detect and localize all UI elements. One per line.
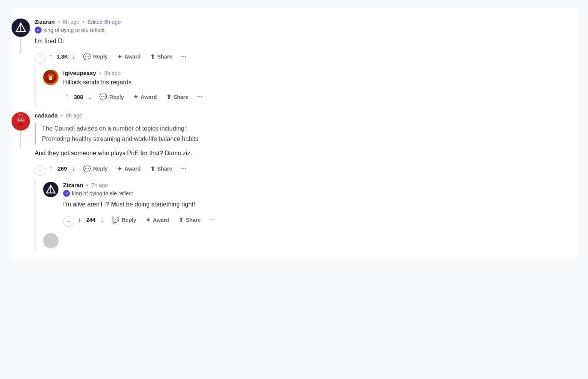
award-button-ziz-reply[interactable]: ✦ Award [142,214,173,226]
svg-rect-10 [18,122,23,126]
downvote-icon-reply: ↓ [100,216,104,224]
flair-check-icon-reply: ✓ [63,190,70,197]
svg-point-6 [48,75,50,76]
share-button-igiveup[interactable]: ⬆ Share [162,91,192,103]
user-flair-ziz-reply: ✓ king of dying to ele reflect [63,190,576,197]
share-button-ziz-reply[interactable]: ⬆ Share [175,214,205,226]
more-icon-ziz: ··· [209,216,215,224]
upvote-icon-cadaada: ↑ [49,165,53,173]
share-button-cadaada[interactable]: ⬆ Share [146,163,176,175]
thread-line [20,39,21,54]
flair-text: king of dying to ele reflect [43,27,105,33]
comment-body: Zizaran • 8h ago • Edited 8h ago ✓ king … [35,18,576,64]
blockquote-line-1: The Council advises on a number of topic… [42,123,576,134]
avatar-column-ziz-reply [43,182,58,197]
svg-point-13 [19,119,20,121]
downvote-button-igiveup[interactable]: ↓ [86,91,94,102]
reply-label-cadaada: Reply [93,166,108,172]
downvote-icon: ↓ [72,53,75,61]
award-icon-cadaada: ✦ [117,165,122,173]
avatar-igiveup [43,70,58,85]
reply-icon-cadaada: 💬 [83,165,91,173]
vote-group: ↑ 1.3K ↓ [47,51,78,62]
avatar-column-cadaada [12,112,30,148]
award-icon: ✦ [117,53,122,60]
more-icon-igiveup: ··· [197,93,203,101]
dot-sep4: • [61,112,63,119]
timestamp-cadaada: 8h ago [66,112,82,119]
dot-sep3: • [99,70,101,76]
username-cadaada: cadaada [35,112,58,119]
award-label-ziz-reply: Award [153,217,169,223]
username-igiveup: igiveupeasy [63,70,96,76]
blockquote-line-2: Promoting healthy streaming and work-lif… [42,134,576,144]
comment-zizaran-top: Zizaran • 8h ago • Edited 8h ago ✓ king … [12,15,576,67]
next-reply-placeholder [43,230,576,252]
vote-group-ziz-reply: ↑ 244 ↓ [75,215,106,226]
downvote-icon-cadaada: ↓ [72,165,75,173]
thread-line-cadaada [20,132,21,148]
flair-text-reply: king of dying to ele reflect [72,190,133,196]
vote-count-ziz-reply: 244 [85,217,97,223]
reply-icon-igiveup: 💬 [99,93,107,101]
reply-button-igiveup[interactable]: 💬 Reply [95,91,128,103]
comment-igiveup: igiveupeasy • 8h ago Hillock sends his r… [43,67,576,106]
share-label-igiveup: Share [174,94,189,100]
svg-point-18 [22,114,23,116]
upvote-button-cadaada[interactable]: ↑ [47,163,55,174]
more-options-button[interactable]: ··· [178,51,190,62]
downvote-button-cadaada[interactable]: ↓ [70,163,78,174]
comment-header-igiveup: igiveupeasy • 8h ago [63,70,576,76]
share-icon-igiveup: ⬆ [166,93,171,101]
minus-icon-reply: − [67,218,70,225]
downvote-button[interactable]: ↓ [70,51,78,62]
vote-group-igiveup: ↑ 308 ↓ [63,91,94,102]
award-icon-ziz: ✦ [145,216,150,224]
award-button-igiveup[interactable]: ✦ Award [129,91,161,103]
collapse-button-cadaada[interactable]: − [35,165,45,176]
upvote-button-igiveup[interactable]: ↑ [63,91,71,102]
award-button[interactable]: ✦ Award [113,51,145,63]
comment-body-igiveup: igiveupeasy • 8h ago Hillock sends his r… [63,70,576,103]
upvote-button[interactable]: ↑ [47,51,55,62]
avatar-column [12,18,30,54]
minus-icon: − [38,55,42,62]
more-options-button-cadaada[interactable]: ··· [178,163,190,174]
comment-body-cadaada: cadaada • 8h ago The Council advises on … [35,112,576,176]
comment-thread: Zizaran • 8h ago • Edited 8h ago ✓ king … [12,8,576,259]
avatar-zizaran-reply [43,182,58,197]
reply-button-cadaada[interactable]: 💬 Reply [79,163,112,175]
collapse-button-ziz-reply[interactable]: − [63,216,74,227]
user-flair: ✓ king of dying to ele reflect [35,27,576,34]
reply-button-ziz-reply[interactable]: 💬 Reply [108,214,140,226]
downvote-button-ziz-reply[interactable]: ↓ [98,215,106,226]
igiveup-avatar-icon [45,72,57,83]
reply-button[interactable]: 💬 Reply [79,51,112,63]
more-options-button-igiveup[interactable]: ··· [194,91,206,102]
share-button[interactable]: ⬆ Share [146,51,176,63]
reply-icon: 💬 [83,53,91,60]
vote-group-cadaada: ↑ 269 ↓ [47,163,78,174]
award-label: Award [124,54,141,60]
username-ziz-reply: Zizaran [63,182,84,188]
dot-sep5: • [87,182,89,188]
share-icon: ⬆ [150,53,155,60]
collapse-button[interactable]: − [35,53,45,64]
comment-text-ziz-reply: I'm alive aren't I? Must be doing someth… [63,200,576,209]
downvote-icon: ↓ [88,93,92,101]
upvote-icon: ↑ [49,53,53,61]
comment-header-cadaada: cadaada • 8h ago [35,112,576,119]
award-label-igiveup: Award [140,94,157,100]
avatar [12,18,30,37]
award-button-cadaada[interactable]: ✦ Award [113,163,145,175]
comment-cadaada: cadaada • 8h ago The Council advises on … [12,109,576,179]
reply-icon-ziz: 💬 [112,216,119,224]
indent-cadaada-reply: Zizaran • 7h ago ✓ king of dying to ele … [35,179,576,252]
more-options-button-ziz-reply[interactable]: ··· [206,215,218,226]
comment-zizaran-reply: Zizaran • 7h ago ✓ king of dying to ele … [43,179,576,230]
share-icon-ziz: ⬆ [179,216,184,224]
upvote-icon: ↑ [65,93,69,101]
upvote-button-ziz-reply[interactable]: ↑ [75,215,84,226]
zizaran-logo-icon [14,21,28,35]
timestamp-igiveup: 8h ago [104,70,121,76]
